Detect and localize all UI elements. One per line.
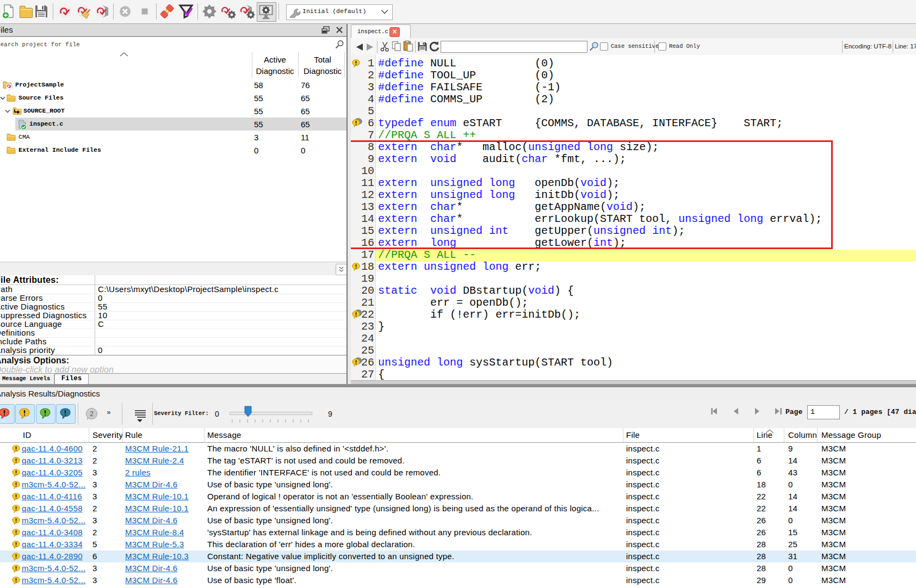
svg-text:2: 2	[90, 410, 94, 418]
